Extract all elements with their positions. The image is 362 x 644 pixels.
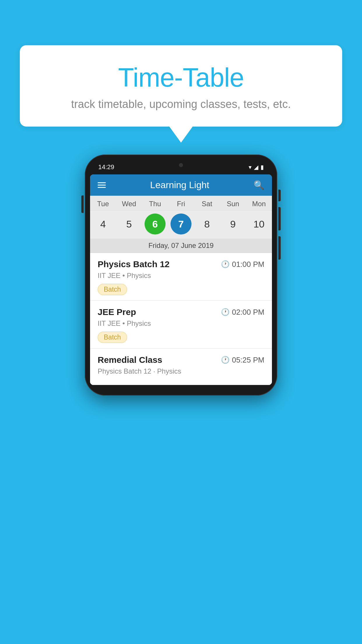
status-icons: ▾ ◢ ▮ (249, 164, 264, 171)
calendar-dates-row: 4 5 6 7 8 9 10 (90, 211, 272, 239)
volume-down-button (278, 236, 281, 260)
class-3-time-wrapper: 🕐 05:25 PM (221, 356, 264, 365)
date-9[interactable]: 9 (222, 214, 243, 235)
class-1-badge: Batch (98, 284, 127, 295)
class-3-time: 05:25 PM (232, 356, 264, 365)
status-bar: 14:29 ▾ ◢ ▮ (90, 160, 272, 174)
app-bar: Learning Light 🔍 (90, 174, 272, 196)
class-2-name: JEE Prep (98, 307, 136, 317)
class-1-time: 01:00 PM (232, 260, 264, 269)
bubble-title: Time-Table (34, 63, 328, 93)
class-1-subtitle: IIT JEE • Physics (98, 272, 264, 280)
menu-button[interactable] (98, 182, 106, 188)
class-item-1[interactable]: Physics Batch 12 🕐 01:00 PM IIT JEE • Ph… (90, 253, 272, 301)
calendar-days-header: Tue Wed Thu Fri Sat Sun Mon (90, 196, 272, 211)
phone-notch (168, 160, 194, 170)
date-6-today[interactable]: 6 (145, 214, 166, 235)
clock-icon-2: 🕐 (221, 308, 230, 316)
battery-icon: ▮ (261, 164, 264, 171)
day-fri[interactable]: Fri (169, 200, 193, 208)
app-bar-title: Learning Light (150, 180, 209, 190)
camera (179, 163, 183, 167)
bubble-tail (169, 127, 193, 143)
class-3-name: Remedial Class (98, 355, 162, 365)
day-mon[interactable]: Mon (247, 200, 270, 208)
phone-chin (90, 385, 272, 390)
day-sat[interactable]: Sat (195, 200, 219, 208)
date-8[interactable]: 8 (196, 214, 217, 235)
signal-icon: ◢ (254, 164, 258, 171)
class-2-subtitle: IIT JEE • Physics (98, 319, 264, 328)
class-3-subtitle: Physics Batch 12 · Physics (98, 367, 264, 375)
power-button (278, 190, 281, 201)
speech-bubble-section: Time-Table track timetable, upcoming cla… (20, 45, 342, 143)
date-7-selected[interactable]: 7 (171, 214, 191, 235)
day-tue[interactable]: Tue (92, 200, 115, 208)
date-10[interactable]: 10 (248, 214, 269, 235)
clock-icon-3: 🕐 (221, 356, 230, 364)
class-item-3[interactable]: Remedial Class 🕐 05:25 PM Physics Batch … (90, 349, 272, 385)
bubble-subtitle: track timetable, upcoming classes, tests… (34, 98, 328, 111)
volume-button (81, 195, 84, 213)
clock-display: 14:29 (98, 163, 114, 171)
class-item-2-header: JEE Prep 🕐 02:00 PM (98, 307, 264, 317)
class-2-time: 02:00 PM (232, 308, 264, 317)
class-1-name: Physics Batch 12 (98, 259, 170, 269)
class-2-time-wrapper: 🕐 02:00 PM (221, 308, 264, 317)
day-sun[interactable]: Sun (221, 200, 245, 208)
day-wed[interactable]: Wed (117, 200, 141, 208)
phone-screen: Learning Light 🔍 Tue Wed Thu Fri Sat Sun… (90, 174, 272, 385)
speech-bubble-card: Time-Table track timetable, upcoming cla… (20, 45, 342, 127)
wifi-icon: ▾ (249, 164, 252, 171)
clock-icon-1: 🕐 (221, 260, 230, 268)
date-4[interactable]: 4 (93, 214, 114, 235)
selected-date-label: Friday, 07 June 2019 (90, 239, 272, 253)
phone-frame: 14:29 ▾ ◢ ▮ Learning Light 🔍 Tue (85, 155, 277, 396)
day-thu[interactable]: Thu (143, 200, 167, 208)
class-item-1-header: Physics Batch 12 🕐 01:00 PM (98, 259, 264, 269)
class-item-3-header: Remedial Class 🕐 05:25 PM (98, 355, 264, 365)
search-button[interactable]: 🔍 (254, 180, 264, 190)
phone-mockup: 14:29 ▾ ◢ ▮ Learning Light 🔍 Tue (85, 155, 277, 396)
date-5[interactable]: 5 (119, 214, 140, 235)
volume-up-button (278, 207, 281, 230)
class-list: Physics Batch 12 🕐 01:00 PM IIT JEE • Ph… (90, 253, 272, 385)
class-2-badge: Batch (98, 332, 127, 343)
class-item-2[interactable]: JEE Prep 🕐 02:00 PM IIT JEE • Physics Ba… (90, 301, 272, 349)
class-1-time-wrapper: 🕐 01:00 PM (221, 260, 264, 269)
